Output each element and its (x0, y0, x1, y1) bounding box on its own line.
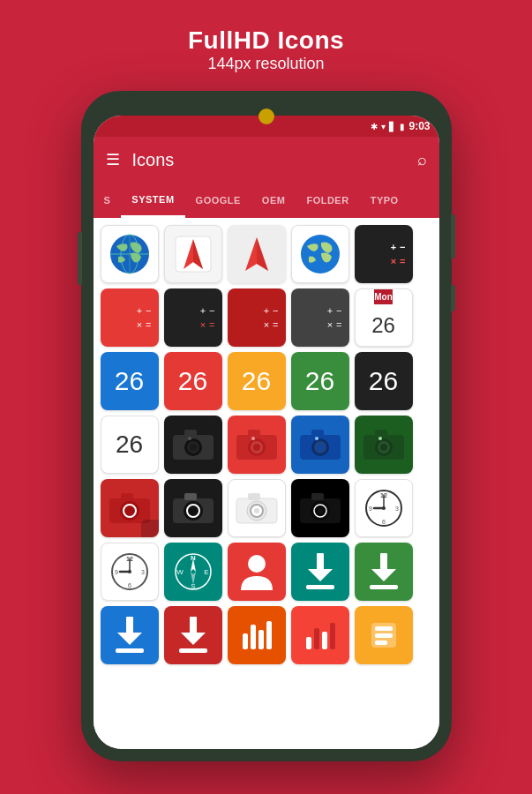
svg-marker-79 (308, 569, 333, 581)
tab-system[interactable]: SYSTEM (121, 183, 184, 218)
icon-calc-dark[interactable]: + − × = (355, 225, 413, 283)
svg-point-9 (301, 235, 340, 273)
svg-text:3: 3 (141, 569, 145, 575)
svg-point-20 (253, 444, 260, 451)
tab-bar: S SYSTEM GOOGLE OEM FOLDER TYPO (94, 183, 439, 218)
icon-clock-white[interactable]: 12 3 6 9 (355, 479, 413, 537)
app-title: FullHD Icons (188, 26, 344, 55)
svg-point-53 (318, 508, 323, 513)
icon-download-green[interactable] (355, 543, 413, 601)
bluetooth-icon: ✱ (371, 122, 378, 131)
svg-point-32 (380, 444, 387, 451)
svg-rect-91 (251, 625, 256, 649)
tab-folder[interactable]: FOLDER (296, 183, 359, 218)
icon-cal-blue[interactable]: 26 (101, 352, 159, 410)
icon-download-blue[interactable] (101, 606, 159, 664)
svg-rect-89 (179, 648, 207, 653)
icon-camera-red2[interactable] (101, 479, 159, 537)
icons-row-7 (101, 606, 432, 664)
menu-icon[interactable]: ☰ (106, 150, 120, 169)
icon-camera-green[interactable] (355, 416, 413, 474)
svg-text:W: W (176, 568, 184, 576)
icon-camera-dark2[interactable] (164, 479, 222, 537)
icon-misc-orange[interactable] (228, 606, 286, 664)
icon-camera-white[interactable] (228, 479, 286, 537)
icon-cal-darkgray[interactable]: 26 (355, 352, 413, 410)
svg-point-21 (251, 437, 255, 440)
app-subtitle: 144px resolution (188, 55, 344, 73)
icon-calc-dark2[interactable]: +− ×= (164, 288, 222, 347)
svg-point-27 (315, 437, 318, 440)
svg-rect-17 (248, 430, 260, 437)
svg-point-15 (188, 437, 191, 440)
svg-rect-92 (259, 630, 264, 649)
icon-camera-blue[interactable] (291, 416, 349, 474)
icon-compass[interactable]: N E S W (164, 543, 222, 601)
svg-text:E: E (204, 568, 208, 576)
phone-mockup: ✱ ▾ ▋ ▮ 9:03 ☰ Icons ⌕ S SYSTEM GOOGLE O… (81, 91, 452, 761)
icon-calendar-mon[interactable]: Mon 26 (355, 288, 413, 347)
svg-rect-100 (375, 633, 393, 638)
icons-row-2: +− ×= +− ×= +− ×= +− ×= (101, 288, 432, 347)
icon-world-map[interactable] (101, 225, 159, 283)
signal-icon: ▋ (389, 122, 396, 131)
svg-text:6: 6 (382, 519, 386, 525)
svg-rect-97 (330, 623, 335, 649)
tab-oem[interactable]: OEM (251, 183, 296, 218)
icon-calc-red[interactable]: +− ×= (101, 288, 159, 347)
icons-row-3: 26 26 26 26 26 (101, 352, 432, 410)
icon-calc-gray[interactable]: +− ×= (291, 288, 349, 347)
icon-clock-white2[interactable]: 12 3 6 9 (101, 543, 159, 601)
svg-marker-85 (117, 633, 142, 645)
svg-rect-93 (266, 621, 272, 649)
svg-point-33 (378, 437, 382, 440)
icon-misc-yellow[interactable] (355, 606, 413, 664)
icons-row-6: 12 3 6 9 N E S (101, 543, 432, 601)
svg-rect-50 (311, 493, 324, 500)
power-button (451, 285, 455, 311)
svg-rect-45 (248, 493, 260, 500)
icon-download-teal[interactable] (291, 543, 349, 601)
icon-cal-green[interactable]: 26 (291, 352, 349, 410)
app-toolbar: ☰ Icons ⌕ (94, 137, 439, 183)
tab-google[interactable]: GOOGLE (185, 183, 251, 218)
svg-rect-83 (370, 585, 398, 589)
svg-text:6: 6 (128, 582, 131, 588)
icon-nav-red[interactable] (228, 225, 286, 283)
icon-cal-plain[interactable]: 26 (101, 416, 159, 474)
svg-rect-96 (322, 632, 327, 649)
svg-rect-95 (314, 628, 319, 649)
icon-cal-yellow[interactable]: 26 (228, 352, 286, 410)
svg-point-61 (382, 506, 386, 510)
icons-grid: + − × = +− ×= +− (94, 218, 439, 749)
svg-text:9: 9 (369, 506, 372, 512)
svg-marker-82 (371, 569, 396, 581)
svg-point-77 (248, 555, 266, 573)
tab-typo[interactable]: TYPO (360, 183, 409, 218)
icon-camera-red[interactable] (228, 416, 286, 474)
svg-rect-94 (306, 637, 311, 649)
icon-cal-red[interactable]: 26 (164, 352, 222, 410)
svg-rect-99 (375, 626, 393, 631)
tab-s[interactable]: S (94, 183, 122, 218)
svg-rect-101 (375, 640, 387, 645)
svg-marker-88 (181, 633, 206, 645)
search-icon[interactable]: ⌕ (417, 151, 427, 169)
svg-rect-35 (121, 493, 133, 500)
icon-download-red[interactable] (164, 606, 222, 664)
phone-camera (259, 109, 274, 124)
icon-camera-black2[interactable] (291, 479, 349, 537)
volume-button (451, 214, 455, 258)
icon-contact[interactable] (228, 543, 286, 601)
icon-mixed-red[interactable] (291, 606, 349, 664)
svg-rect-90 (243, 633, 248, 649)
icon-map-blue[interactable] (291, 225, 349, 283)
svg-marker-8 (257, 237, 268, 271)
icon-camera-black[interactable] (164, 416, 222, 474)
icon-calc-red-dark[interactable]: +− ×= (228, 288, 286, 347)
icon-nav-paper[interactable] (164, 225, 222, 283)
time-display: 9:03 (408, 120, 430, 132)
svg-point-43 (191, 508, 196, 513)
svg-point-69 (128, 570, 131, 573)
left-button (78, 232, 82, 285)
